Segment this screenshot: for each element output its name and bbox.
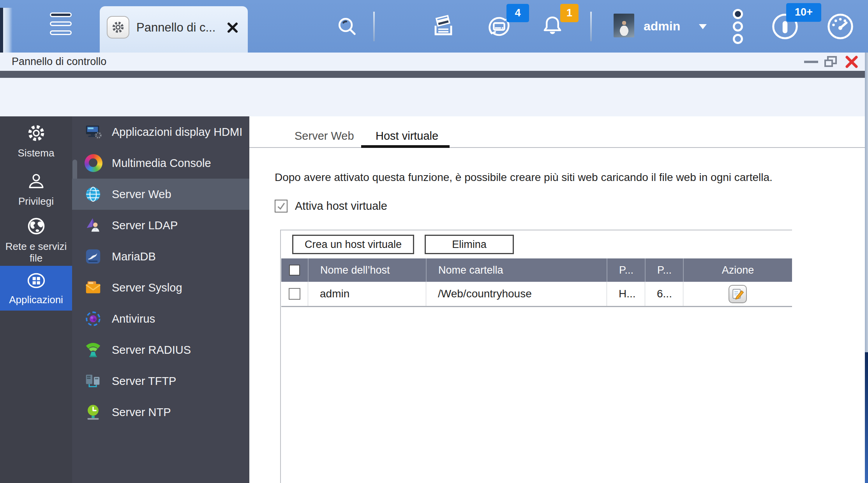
menu-item-server-tftp[interactable]: Server TFTP bbox=[72, 365, 249, 397]
chevron-down-icon[interactable] bbox=[699, 24, 707, 29]
radius-wifi-icon bbox=[84, 341, 102, 359]
antivirus-icon bbox=[84, 310, 102, 328]
taskbar: Pannello di c... bbox=[0, 0, 868, 53]
gear-tile bbox=[107, 16, 129, 39]
minimize-icon bbox=[804, 60, 818, 64]
more-options-button[interactable] bbox=[729, 0, 746, 53]
menu-item-server-ntp[interactable]: Server NTP bbox=[72, 397, 249, 428]
background-tasks-button[interactable] bbox=[432, 0, 457, 53]
vertical-dots-icon bbox=[729, 8, 746, 45]
taskbar-tab-title: Pannello di c... bbox=[136, 6, 215, 49]
window-title: Pannello di controllo bbox=[12, 53, 106, 71]
menu-item-multimedia-console[interactable]: Multimedia Console bbox=[72, 148, 249, 179]
ldap-icon bbox=[84, 216, 102, 234]
taskbar-separator bbox=[373, 12, 375, 41]
tab-row-divider bbox=[249, 147, 865, 148]
create-virtual-host-button[interactable]: Crea un host virtuale bbox=[292, 235, 414, 254]
background-tasks-icon bbox=[432, 14, 457, 39]
col-port: P... bbox=[645, 258, 683, 282]
close-button[interactable] bbox=[844, 56, 859, 68]
menu-item-antivirus[interactable]: Antivirus bbox=[72, 303, 249, 334]
search-button[interactable] bbox=[336, 0, 358, 53]
cell-action bbox=[683, 282, 792, 306]
hamburger-icon bbox=[50, 12, 72, 17]
notification-badge: 1 bbox=[560, 4, 579, 22]
col-protocol: P... bbox=[607, 258, 645, 282]
qts-desktop: Pannello di c... bbox=[0, 0, 868, 483]
dashboard-button[interactable] bbox=[826, 0, 855, 53]
virtual-host-table: Nome dell’host Nome cartella P... P... A… bbox=[281, 258, 792, 307]
desktop-strip-light bbox=[865, 53, 868, 352]
menu-item-mariadb[interactable]: MariaDB bbox=[72, 241, 249, 272]
edit-icon bbox=[731, 287, 745, 300]
section-border-left bbox=[280, 230, 281, 483]
description-text: Dopo avere attivato questa funzione, è p… bbox=[275, 171, 773, 184]
sidebar-item-rete-e-servizi-file[interactable]: Rete e servizi file bbox=[0, 213, 72, 266]
tab-close-icon[interactable] bbox=[226, 21, 239, 34]
control-panel-header: ControlPanel ? bbox=[0, 78, 865, 116]
section-border-top bbox=[280, 230, 792, 230]
tab-server-web[interactable]: Server Web bbox=[295, 127, 354, 144]
ntp-clock-icon bbox=[84, 403, 102, 421]
window-header-strip bbox=[0, 71, 865, 78]
search-icon bbox=[336, 15, 358, 38]
cell-port: 6... bbox=[645, 282, 683, 306]
main-menu-button[interactable] bbox=[50, 12, 72, 40]
sidebar-item-applicazioni[interactable]: Applicazioni bbox=[0, 266, 72, 311]
app-grid-icon bbox=[25, 271, 47, 290]
syslog-envelope-icon bbox=[84, 279, 102, 297]
gear-icon bbox=[111, 20, 125, 35]
restore-button[interactable] bbox=[823, 56, 838, 68]
check-icon bbox=[276, 201, 286, 211]
window-titlebar: Pannello di controllo bbox=[0, 53, 865, 71]
tab-host-virtuale[interactable]: Host virtuale bbox=[376, 127, 438, 144]
user-avatar[interactable] bbox=[614, 14, 634, 37]
category-sidebar: Sistema Privilegi Rete e servizi file bbox=[0, 116, 72, 483]
table-row[interactable]: admin /Web/countryhouse H... 6... bbox=[281, 282, 792, 307]
cell-folder: /Web/countryhouse bbox=[426, 282, 607, 306]
globe-icon bbox=[25, 215, 47, 237]
taskbar-tab-control-panel[interactable]: Pannello di c... bbox=[100, 6, 248, 53]
menu-item-server-radius[interactable]: Server RADIUS bbox=[72, 334, 249, 365]
checkbox-checked[interactable] bbox=[275, 200, 288, 213]
user-menu[interactable]: admin bbox=[644, 0, 680, 53]
row-checkbox[interactable] bbox=[289, 288, 300, 300]
gear-icon bbox=[26, 123, 47, 144]
backup-badge: 4 bbox=[506, 4, 529, 22]
edit-button[interactable] bbox=[729, 285, 747, 303]
sidebar-item-sistema[interactable]: Sistema bbox=[0, 116, 72, 165]
desktop-edge-light bbox=[3, 8, 12, 53]
info-badge: 10+ bbox=[786, 3, 821, 22]
main-content: Server Web Host virtuale Dopo avere atti… bbox=[249, 116, 865, 483]
taskbar-separator bbox=[590, 12, 592, 41]
minimize-button[interactable] bbox=[803, 56, 819, 68]
menu-item-applicazioni-display-hdmi[interactable]: Applicazioni display HDMI bbox=[72, 116, 249, 148]
active-tab-underline bbox=[361, 145, 450, 148]
col-host-name: Nome dell’host bbox=[308, 258, 426, 282]
checkbox-label: Attiva host virtuale bbox=[295, 200, 387, 213]
enable-virtual-host-checkbox[interactable]: Attiva host virtuale bbox=[275, 200, 387, 213]
row-select-cell bbox=[281, 282, 308, 306]
multimedia-ring-icon bbox=[85, 154, 102, 172]
person-icon bbox=[26, 171, 47, 192]
menu-item-server-ldap[interactable]: Server LDAP bbox=[72, 210, 249, 241]
dashboard-gauge-icon bbox=[826, 12, 855, 41]
select-all-cell bbox=[281, 258, 308, 282]
mariadb-icon bbox=[84, 248, 102, 265]
tftp-computers-icon bbox=[84, 372, 102, 390]
web-globe-icon bbox=[84, 185, 102, 203]
table-header-row: Nome dell’host Nome cartella P... P... A… bbox=[281, 258, 792, 282]
sidebar-item-privilegi[interactable]: Privilegi bbox=[0, 165, 72, 213]
cell-protocol: H... bbox=[607, 282, 645, 306]
desktop-edge-dark bbox=[0, 8, 3, 53]
menu-item-server-syslog[interactable]: Server Syslog bbox=[72, 272, 249, 303]
app-menu-panel: Applicazioni display HDMI Multimedia Con… bbox=[72, 116, 249, 483]
col-folder-name: Nome cartella bbox=[426, 258, 607, 282]
menu-item-server-web[interactable]: Server Web bbox=[72, 179, 249, 210]
cell-host: admin bbox=[308, 282, 426, 306]
select-all-checkbox[interactable] bbox=[289, 265, 300, 276]
delete-button[interactable]: Elimina bbox=[425, 235, 514, 254]
close-icon bbox=[845, 56, 858, 68]
restore-icon bbox=[824, 56, 837, 68]
desktop-strip-wallpaper bbox=[865, 352, 868, 483]
